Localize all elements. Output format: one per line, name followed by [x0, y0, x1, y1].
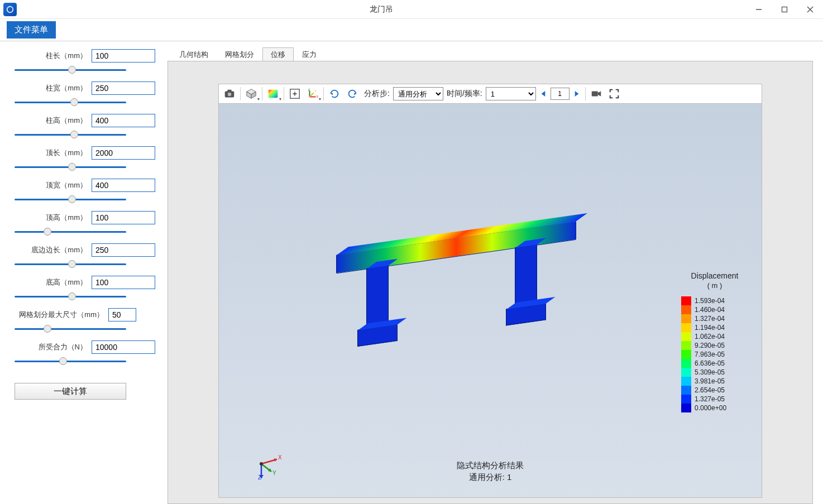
- axis-triad-button[interactable]: XZY ▾: [304, 86, 321, 102]
- fullscreen-button[interactable]: [606, 86, 623, 102]
- svg-point-13: [294, 93, 296, 95]
- legend-row: 1.460e-04: [681, 305, 748, 314]
- param-input[interactable]: [92, 49, 155, 63]
- param-input[interactable]: [92, 211, 155, 224]
- svg-rect-7: [227, 90, 231, 92]
- param-slider[interactable]: [15, 324, 126, 334]
- close-button[interactable]: [797, 0, 823, 19]
- color-legend: Displacement ( m ) 1.593e-041.460e-041.3…: [681, 271, 748, 412]
- param-label: 顶宽（mm）: [15, 180, 87, 190]
- legend-value: 1.327e-05: [691, 395, 725, 403]
- viewport-3d[interactable]: X Y Z 隐式结构分析结果 通用分析: 1 Displacement ( m …: [218, 103, 762, 498]
- legend-value: 1.062e-04: [691, 333, 725, 340]
- param-label: 柱宽（mm）: [15, 83, 87, 93]
- colormap-button[interactable]: ▾: [265, 86, 281, 102]
- param-input[interactable]: [92, 81, 155, 95]
- param-input[interactable]: [92, 340, 155, 354]
- tab-2[interactable]: 位移: [262, 47, 294, 61]
- tabs: 几何结构网格划分位移应力: [168, 47, 813, 61]
- param-input[interactable]: [92, 276, 155, 289]
- legend-swatch: [681, 386, 691, 395]
- legend-swatch: [681, 359, 691, 368]
- legend-swatch: [681, 341, 691, 350]
- legend-row: 1.327e-04: [681, 314, 748, 323]
- legend-row: 7.963e-05: [681, 350, 748, 359]
- param-input[interactable]: [92, 114, 155, 127]
- legend-unit: ( m ): [681, 281, 748, 290]
- param-8: 网格划分最大尺寸（mm）: [0, 308, 157, 334]
- record-button[interactable]: [588, 86, 605, 102]
- svg-marker-23: [575, 91, 578, 97]
- tab-3[interactable]: 应力: [294, 47, 325, 61]
- param-input[interactable]: [92, 243, 155, 257]
- svg-marker-22: [541, 91, 545, 97]
- param-input[interactable]: [92, 179, 155, 192]
- legend-row: 2.654e-05: [681, 386, 748, 395]
- legend-row: 1.194e-04: [681, 323, 748, 332]
- param-slider[interactable]: [15, 194, 126, 204]
- param-slider[interactable]: [15, 129, 126, 140]
- toolbar-separator: [323, 87, 324, 100]
- model-render: [336, 210, 576, 355]
- param-slider[interactable]: [15, 291, 126, 301]
- tab-1[interactable]: 网格划分: [217, 47, 262, 61]
- overlay-line1: 隐式结构分析结果: [219, 459, 762, 471]
- param-label: 柱长（mm）: [15, 51, 87, 61]
- frame-spinner[interactable]: [551, 88, 570, 100]
- calculate-button[interactable]: 一键计算: [15, 383, 126, 400]
- file-menu-button[interactable]: 文件菜单: [7, 21, 56, 39]
- legend-value: 1.194e-04: [691, 324, 725, 332]
- screenshot-button[interactable]: [221, 86, 238, 102]
- legend-value: 1.460e-04: [691, 306, 725, 314]
- legend-swatch: [681, 368, 691, 377]
- param-slider[interactable]: [15, 259, 126, 269]
- titlebar: 龙门吊: [0, 0, 823, 19]
- param-slider[interactable]: [15, 227, 126, 237]
- legend-value: 6.636e-05: [691, 359, 725, 367]
- param-input[interactable]: [92, 146, 155, 160]
- legend-swatch: [681, 350, 691, 359]
- prev-frame-button[interactable]: [537, 86, 549, 102]
- main-panel: 几何结构网格划分位移应力 ▾ ▾: [168, 41, 823, 504]
- minimize-button[interactable]: [746, 0, 772, 19]
- param-5: 顶高（mm）: [0, 211, 157, 237]
- legend-value: 1.593e-04: [691, 297, 725, 305]
- legend-row: 5.309e-05: [681, 368, 748, 377]
- next-frame-button[interactable]: [571, 86, 583, 102]
- param-input[interactable]: [108, 308, 136, 321]
- param-slider[interactable]: [15, 97, 126, 107]
- param-6: 底边边长（mm）: [0, 243, 157, 269]
- legend-row: 1.062e-04: [681, 332, 748, 341]
- param-label: 网格划分最大尺寸（mm）: [15, 310, 104, 320]
- legend-swatch: [681, 404, 691, 412]
- legend-swatch: [681, 314, 691, 323]
- rotate-cw-button[interactable]: [344, 86, 361, 102]
- fit-view-button[interactable]: [286, 86, 303, 102]
- analysis-step-select[interactable]: 通用分析: [393, 87, 443, 100]
- param-label: 顶高（mm）: [15, 213, 87, 223]
- param-slider[interactable]: [15, 65, 126, 75]
- param-2: 柱高（mm）: [0, 114, 157, 140]
- maximize-button[interactable]: [772, 0, 797, 19]
- legend-value: 9.290e-05: [691, 342, 725, 349]
- tab-0[interactable]: 几何结构: [171, 47, 217, 61]
- menubar: 文件菜单: [0, 19, 823, 41]
- legend-value: 7.963e-05: [691, 351, 725, 358]
- result-overlay: 隐式结构分析结果 通用分析: 1: [219, 459, 762, 483]
- param-label: 柱高（mm）: [15, 116, 87, 126]
- param-9: 所受合力（N）: [0, 340, 157, 366]
- view-cube-button[interactable]: ▾: [243, 86, 260, 102]
- legend-row: 1.327e-05: [681, 395, 748, 404]
- rotate-ccw-button[interactable]: [326, 86, 343, 102]
- time-freq-select[interactable]: 1: [486, 87, 536, 100]
- legend-row: 3.981e-05: [681, 377, 748, 386]
- param-slider[interactable]: [15, 162, 126, 172]
- legend-value: 5.309e-05: [691, 368, 725, 376]
- param-slider[interactable]: [15, 356, 126, 366]
- legend-swatch: [681, 332, 691, 341]
- param-label: 所受合力（N）: [15, 342, 87, 352]
- legend-title: Displacement: [681, 271, 748, 280]
- overlay-line2: 通用分析: 1: [219, 471, 762, 483]
- svg-rect-24: [591, 91, 597, 96]
- legend-row: 6.636e-05: [681, 359, 748, 368]
